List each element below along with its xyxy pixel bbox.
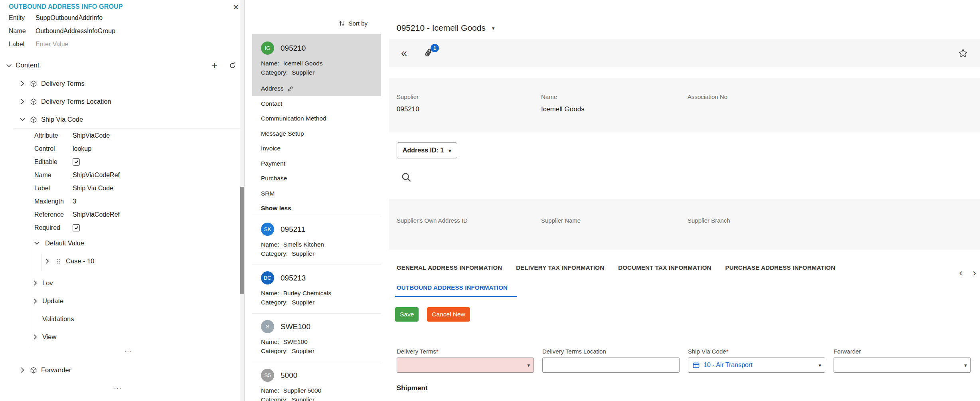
property-label: Editable <box>34 158 73 166</box>
menu-item-address[interactable]: Address <box>252 81 381 96</box>
tree-item-validations[interactable]: Validations <box>0 310 244 328</box>
name-label: Name: <box>261 387 279 394</box>
delivery-terms-combobox[interactable]: ▾ <box>397 358 534 373</box>
tab-outbound-address-information[interactable]: OUTBOUND ADDRESS INFORMATION <box>395 284 517 297</box>
tree-item-update[interactable]: Update <box>0 292 244 310</box>
tab-bar: GENERAL ADDRESS INFORMATION DELIVERY TAX… <box>397 264 835 271</box>
field-value <box>688 229 980 237</box>
list-item[interactable]: S SWE100 Name:SWE100 Category:Supplier <box>252 313 381 362</box>
tab-general-address-information[interactable]: GENERAL ADDRESS INFORMATION <box>397 264 502 271</box>
category-label: Category: <box>261 348 288 354</box>
chevron-right-icon[interactable] <box>19 98 26 105</box>
property-label: Attribute <box>34 132 73 139</box>
chevron-down-icon[interactable]: ▾ <box>964 363 967 368</box>
category-label: Category: <box>261 396 288 401</box>
list-item-selected[interactable]: IG 095210 Name:Icemell Goods Category:Su… <box>252 34 381 96</box>
menu-item-communication-method[interactable]: Communication Method <box>252 111 381 126</box>
favorite-star-icon[interactable] <box>958 48 968 58</box>
name-row: Name OutboundAddressInfoGroup <box>0 24 244 38</box>
field-value <box>397 229 541 237</box>
chevron-right-icon[interactable] <box>32 280 39 286</box>
chevron-placeholder <box>32 316 39 322</box>
editable-checkbox[interactable] <box>73 158 80 166</box>
tree-item-delivery-terms-location[interactable]: Delivery Terms Location <box>0 93 244 111</box>
property-row-required: Required <box>34 221 244 234</box>
sort-by-control[interactable]: Sort by <box>338 20 368 27</box>
attachments-button[interactable]: 1 <box>423 48 433 58</box>
lookup-icon[interactable] <box>692 361 700 369</box>
chevron-down-icon[interactable] <box>6 62 12 69</box>
content-section-header[interactable]: Content + <box>0 56 244 75</box>
list-item[interactable]: SK 095211 Name:Smells Kitchen Category:S… <box>252 216 381 265</box>
property-row-editable: Editable <box>34 155 244 168</box>
delivery-terms-location-input[interactable] <box>547 361 667 369</box>
tab-scroll-left-icon[interactable]: ‹ <box>959 268 962 278</box>
tab-document-tax-information[interactable]: DOCUMENT TAX INFORMATION <box>618 264 711 271</box>
link-icon <box>287 86 293 92</box>
field-label: Ship Via Code <box>688 348 726 355</box>
list-item[interactable]: BC 095213 Name:Burley Chemicals Category… <box>252 265 381 313</box>
drag-handle-icon[interactable] <box>55 258 61 265</box>
chevron-right-icon[interactable] <box>44 258 51 265</box>
property-value: ShipViaCodeRef <box>73 211 244 218</box>
ship-via-code-combobox[interactable]: 10 - Air Transport ▾ <box>688 358 825 373</box>
menu-item-srm[interactable]: SRM <box>252 186 381 201</box>
tree-item-default-value[interactable]: Default Value <box>0 234 244 252</box>
ellipsis-more[interactable]: ... <box>114 383 122 390</box>
chevron-down-icon[interactable]: ▾ <box>818 363 821 368</box>
record-title[interactable]: 095210 - Icemell Goods ▾ <box>397 23 495 33</box>
tree-item-view[interactable]: View <box>0 328 244 346</box>
tree-item-label: Validations <box>42 315 74 323</box>
tree-item-delivery-terms[interactable]: Delivery Terms <box>0 75 244 93</box>
show-less-link[interactable]: Show less <box>252 201 381 216</box>
search-icon[interactable] <box>401 172 411 182</box>
tree-guide-line <box>29 132 29 347</box>
scrollbar-thumb[interactable] <box>240 187 244 294</box>
required-checkbox[interactable] <box>73 224 80 231</box>
tree-item-lov[interactable]: Lov <box>0 274 244 292</box>
menu-item-message-setup[interactable]: Message Setup <box>252 126 381 141</box>
chevron-right-icon[interactable] <box>19 367 26 373</box>
field-label: Supplier <box>397 93 541 100</box>
label-input[interactable] <box>36 41 235 48</box>
chevron-right-icon[interactable] <box>32 298 39 304</box>
property-value: lookup <box>73 145 244 152</box>
name-value: OutboundAddressInfoGroup <box>36 28 235 35</box>
tree-item-forwarder[interactable]: Forwarder <box>0 361 244 379</box>
label-row: Label <box>0 38 244 51</box>
add-element-button[interactable]: + <box>211 61 217 71</box>
chevron-right-icon[interactable] <box>19 80 26 87</box>
tab-scroll-right-icon[interactable]: › <box>973 268 976 278</box>
menu-item-payment[interactable]: Payment <box>252 156 381 171</box>
tree-item-case[interactable]: Case - 10 <box>0 252 244 270</box>
tab-delivery-tax-information[interactable]: DELIVERY TAX INFORMATION <box>516 264 604 271</box>
collapse-left-icon[interactable]: « <box>401 48 407 59</box>
chevron-down-icon[interactable] <box>19 116 26 123</box>
chevron-down-icon[interactable]: ▾ <box>492 26 495 31</box>
field-name: Name Icemell Goods <box>541 93 688 132</box>
close-icon[interactable]: × <box>233 3 239 11</box>
menu-item-purchase[interactable]: Purchase <box>252 171 381 186</box>
supplier-id: SWE100 <box>281 322 310 331</box>
ellipsis-more[interactable]: ... <box>124 346 132 353</box>
tree-item-ship-via-code[interactable]: Ship Via Code <box>0 111 244 128</box>
cancel-new-button[interactable]: Cancel New <box>427 307 470 322</box>
field-value: 095210 <box>397 105 541 113</box>
element-cube-icon <box>30 98 37 105</box>
avatar: BC <box>261 271 274 284</box>
menu-item-invoice[interactable]: Invoice <box>252 141 381 156</box>
entity-value: SuppOutboundAddrInfo <box>36 14 235 22</box>
address-id-selector[interactable]: Address ID: 1 ▾ <box>397 142 457 158</box>
chevron-down-icon[interactable] <box>34 240 40 247</box>
field-value <box>688 105 980 113</box>
undo-icon[interactable] <box>229 62 236 69</box>
save-button[interactable]: Save <box>395 307 419 322</box>
forwarder-combobox[interactable]: ▾ <box>834 358 971 373</box>
menu-item-contact[interactable]: Contact <box>252 96 381 111</box>
tab-purchase-address-information[interactable]: PURCHASE ADDRESS INFORMATION <box>725 264 836 271</box>
supplier-name: Icemell Goods <box>283 60 323 67</box>
list-item[interactable]: S5 5000 Name:Supplier 5000 Category:Supp… <box>252 362 381 401</box>
chevron-right-icon[interactable] <box>32 334 39 340</box>
name-label: Name: <box>261 338 279 345</box>
chevron-down-icon[interactable]: ▾ <box>527 363 530 368</box>
